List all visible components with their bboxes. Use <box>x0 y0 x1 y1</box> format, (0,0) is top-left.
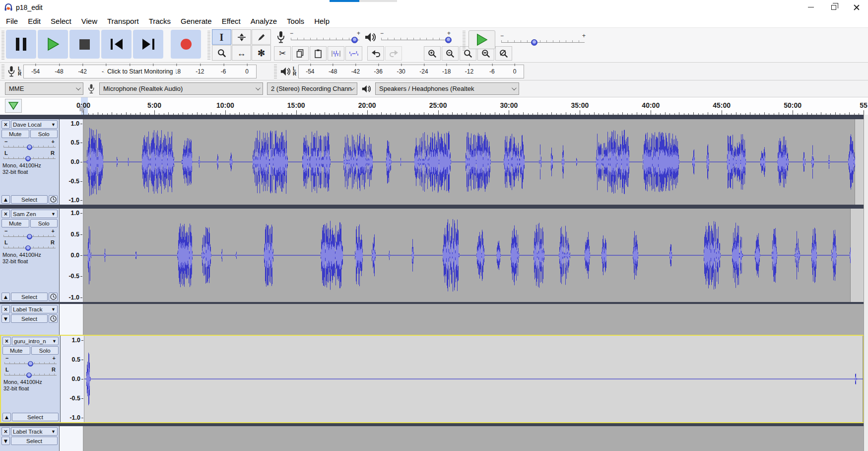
gain-slider[interactable]: −+ <box>3 228 56 239</box>
gain-thumb[interactable] <box>27 234 32 239</box>
gain-slider[interactable]: −+ <box>3 139 56 150</box>
cut-button[interactable]: ✂ <box>274 46 291 61</box>
select-button[interactable]: Select <box>11 293 48 301</box>
zoom-tool-button[interactable] <box>212 45 231 61</box>
audio-clip[interactable] <box>83 119 855 205</box>
playback-device-select[interactable]: Speakers / Headphones (Realtek <box>375 82 519 95</box>
track-sam-zen-header[interactable]: × Sam Zen▼ Mute Solo −+ LR Mono, 44100Hz… <box>0 209 60 302</box>
sync-lock-clock-icon[interactable] <box>49 293 58 301</box>
audio-clip[interactable] <box>83 209 851 302</box>
gain-thumb[interactable] <box>28 361 33 367</box>
menu-item-transport[interactable]: Transport <box>102 15 144 27</box>
skip-to-start-button[interactable] <box>101 30 132 59</box>
track-name-button[interactable]: Label Track▼ <box>11 305 58 313</box>
record-meter-grip[interactable] <box>1 65 4 78</box>
track-name-button[interactable]: Label Track▼ <box>11 427 58 436</box>
track-close-button[interactable]: × <box>2 337 11 345</box>
zoom-out-button[interactable] <box>442 46 459 61</box>
pan-slider[interactable]: LR <box>3 240 56 251</box>
menu-item-file[interactable]: File <box>1 15 23 27</box>
pan-thumb[interactable] <box>26 373 32 378</box>
pan-thumb[interactable] <box>25 156 31 161</box>
track-sam-zen-waveform-area[interactable] <box>83 209 864 302</box>
play-speed-slider[interactable]: −+ <box>500 33 586 46</box>
track-label-2-header[interactable]: × Label Track▼ ▼ Select <box>0 426 60 451</box>
menu-item-edit[interactable]: Edit <box>23 15 46 27</box>
track-dave-local-header[interactable]: × Dave Local▼ Mute Solo −+ LR Mono, 4410… <box>0 119 60 205</box>
track-name-button[interactable]: Dave Local▼ <box>11 120 58 129</box>
recording-channels-select[interactable]: 2 (Stereo) Recording Chann <box>267 82 357 95</box>
play-button[interactable] <box>38 30 68 59</box>
pause-button[interactable] <box>6 30 36 59</box>
paste-button[interactable] <box>310 46 327 61</box>
gain-slider[interactable]: −+ <box>4 356 57 367</box>
track-dave-local-waveform-area[interactable] <box>83 119 864 205</box>
track-separator[interactable] <box>0 205 864 209</box>
play-at-speed-grip[interactable] <box>463 31 466 51</box>
menu-item-help[interactable]: Help <box>309 15 334 27</box>
redo-button[interactable] <box>385 46 402 61</box>
pan-thumb[interactable] <box>25 245 31 251</box>
audio-host-select[interactable]: MME <box>5 82 83 95</box>
loop-play-button[interactable] <box>5 99 22 113</box>
sync-lock-clock-icon[interactable] <box>49 195 58 204</box>
copy-button[interactable] <box>292 46 309 61</box>
menu-item-select[interactable]: Select <box>46 15 76 27</box>
track-name-button[interactable]: guru_intro_n▼ <box>12 337 59 345</box>
menu-item-analyze[interactable]: Analyze <box>246 15 282 27</box>
track-close-button[interactable]: × <box>1 427 10 436</box>
track-close-button[interactable]: × <box>1 305 10 313</box>
pan-slider[interactable]: LR <box>3 150 56 161</box>
track-close-button[interactable]: × <box>1 120 10 129</box>
close-button[interactable] <box>845 0 868 14</box>
playback-volume-slider[interactable]: −+ <box>380 31 451 44</box>
play-at-speed-button[interactable] <box>468 30 495 49</box>
record-volume-slider[interactable]: −+ <box>290 31 360 44</box>
restore-button[interactable] <box>822 0 845 14</box>
vertical-scale[interactable]: 1.00.50.0-0.5-1.0 <box>60 209 83 302</box>
solo-button[interactable]: Solo <box>30 130 58 138</box>
trim-audio-button[interactable] <box>328 46 344 61</box>
track-label-1-header[interactable]: × Label Track▼ ▼ Select <box>0 304 60 335</box>
menu-item-effect[interactable]: Effect <box>217 15 246 27</box>
mute-button[interactable]: Mute <box>1 219 29 227</box>
collapse-button[interactable]: ▲ <box>1 195 10 204</box>
tools-toolbar-grip[interactable] <box>207 31 210 60</box>
stop-button[interactable] <box>69 30 100 59</box>
minimize-button[interactable] <box>800 0 822 14</box>
vertical-scale[interactable]: 1.00.50.0-0.5-1.0 <box>60 119 83 205</box>
mute-button[interactable]: Mute <box>1 130 29 138</box>
track-guru-intro-header[interactable]: × guru_intro_n▼ Mute Solo −+ LR Mono, 44… <box>1 336 61 422</box>
recording-device-select[interactable]: Microphone (Realtek Audio) <box>99 82 263 95</box>
monitoring-overlay[interactable]: Click to Start Monitoring <box>104 68 176 75</box>
transport-toolbar-grip[interactable] <box>1 31 4 60</box>
select-button[interactable]: Select <box>11 314 48 323</box>
select-button[interactable]: Select <box>11 437 58 445</box>
zoom-in-button[interactable] <box>424 46 441 61</box>
track-name-button[interactable]: Sam Zen▼ <box>11 210 58 218</box>
record-volume-thumb[interactable] <box>351 37 358 43</box>
track-label-2-area[interactable] <box>83 426 864 451</box>
playback-meter[interactable]: LR -54-48-42-36-30-24-18-12-60 <box>280 64 524 79</box>
track-close-button[interactable]: × <box>1 210 10 218</box>
undo-button[interactable] <box>367 46 384 61</box>
multi-tool-button[interactable]: ✻ <box>252 45 271 61</box>
expand-button[interactable]: ▼ <box>1 314 10 323</box>
silence-audio-button[interactable] <box>345 46 362 61</box>
time-scale[interactable]: 0:005:0010:0015:0020:0025:0030:0035:0040… <box>60 97 868 115</box>
playback-volume-thumb[interactable] <box>445 37 452 43</box>
vertical-scrollbar[interactable] <box>864 115 868 451</box>
solo-button[interactable]: Solo <box>30 219 58 227</box>
collapse-button[interactable]: ▲ <box>1 293 10 301</box>
menu-item-view[interactable]: View <box>76 15 102 27</box>
play-speed-thumb[interactable] <box>531 39 537 46</box>
audio-clip[interactable] <box>84 336 863 422</box>
track-separator[interactable] <box>0 115 864 119</box>
sync-lock-clock-icon[interactable] <box>49 314 58 323</box>
record-meter[interactable]: LR -54-48-42-36-30-24-18-12-60Click to S… <box>7 64 257 79</box>
playback-meter-grip[interactable] <box>274 65 277 78</box>
select-button[interactable]: Select <box>12 413 59 421</box>
skip-to-end-button[interactable] <box>133 30 163 59</box>
mute-button[interactable]: Mute <box>2 346 30 355</box>
timeline-ruler[interactable]: 0:005:0010:0015:0020:0025:0030:0035:0040… <box>0 97 868 115</box>
